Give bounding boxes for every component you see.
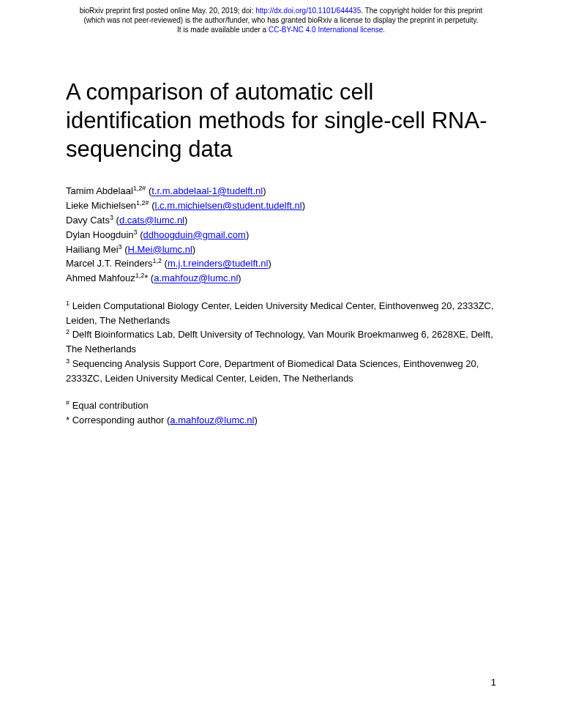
author-name: Hailiang Mei bbox=[66, 244, 119, 255]
preprint-line1-suffix: . The copyright holder for this preprint bbox=[361, 7, 482, 15]
author-sup: 1,2 bbox=[135, 272, 145, 279]
license-link[interactable]: CC-BY-NC 4.0 International license bbox=[269, 26, 383, 34]
affiliations-block: 1 Leiden Computational Biology Center, L… bbox=[66, 299, 496, 385]
author-email-link[interactable]: d.cats@lumc.nl bbox=[119, 215, 184, 226]
affiliation-text: Leiden Computational Biology Center, Lei… bbox=[66, 300, 494, 326]
author-name: Ahmed Mahfouz bbox=[66, 273, 135, 284]
preprint-line3-prefix: It is made available under a bbox=[177, 26, 269, 34]
author-sup: 1,2# bbox=[136, 199, 149, 207]
author-sup: 3 bbox=[134, 229, 138, 236]
corresponding-author-note: * Corresponding author (a.mahfouz@lumc.n… bbox=[66, 413, 496, 428]
notes-block: # Equal contribution * Corresponding aut… bbox=[66, 398, 496, 427]
author-name: Marcel J.T. Reinders bbox=[66, 259, 152, 270]
affiliation-line: 1 Leiden Computational Biology Center, L… bbox=[66, 299, 496, 327]
author-line: Dylan Hoogduin3 (ddhoogduin@gmail.com) bbox=[66, 228, 496, 242]
author-sup: 1,2# bbox=[133, 185, 146, 192]
author-sup: 3 bbox=[119, 243, 122, 250]
author-line: Lieke Michielsen1,2# (l.c.m.michielsen@s… bbox=[66, 198, 496, 213]
affiliation-line: 3 Sequencing Analysis Support Core, Depa… bbox=[66, 357, 496, 385]
affiliation-line: 2 Delft Bioinformatics Lab, Delft Univer… bbox=[66, 327, 496, 356]
affiliation-text: Delft Bioinformatics Lab, Delft Universi… bbox=[66, 330, 493, 355]
author-name: Davy Cats bbox=[66, 215, 110, 226]
author-line: Hailiang Mei3 (H.Mei@lumc.nl) bbox=[66, 242, 496, 257]
affiliation-text: Sequencing Analysis Support Core, Depart… bbox=[66, 358, 479, 384]
author-sup: 3 bbox=[110, 214, 113, 221]
author-line: Davy Cats3 (d.cats@lumc.nl) bbox=[66, 213, 496, 228]
doi-link[interactable]: http://dx.doi.org/10.1101/644435 bbox=[255, 7, 361, 15]
corresponding-suffix: ) bbox=[254, 415, 257, 426]
corresponding-email-link[interactable]: a.mahfouz@lumc.nl bbox=[170, 415, 254, 426]
author-name: Lieke Michielsen bbox=[66, 200, 136, 211]
page-content: A comparison of automatic cell identific… bbox=[0, 34, 562, 427]
author-name: Tamim Abdelaal bbox=[66, 186, 133, 197]
author-email-link[interactable]: m.j.t.reinders@tudelft.nl bbox=[168, 259, 268, 270]
author-email-link[interactable]: ddhoogduin@gmail.com bbox=[143, 229, 245, 240]
author-sup: 1,2 bbox=[152, 257, 162, 264]
preprint-line1-prefix: bioRxiv preprint first posted online May… bbox=[80, 7, 256, 15]
author-line: Ahmed Mahfouz1,2* (a.mahfouz@lumc.nl) bbox=[66, 271, 496, 286]
author-line: Marcel J.T. Reinders1,2 (m.j.t.reinders@… bbox=[66, 256, 496, 271]
page-number: 1 bbox=[491, 677, 496, 688]
author-email-link[interactable]: a.mahfouz@lumc.nl bbox=[154, 273, 238, 284]
paper-title: A comparison of automatic cell identific… bbox=[66, 78, 496, 163]
preprint-notice: bioRxiv preprint first posted online May… bbox=[0, 0, 562, 34]
authors-block: Tamim Abdelaal1,2# (t.r.m.abdelaal-1@tud… bbox=[66, 184, 496, 286]
equal-contribution-note: # Equal contribution bbox=[66, 398, 496, 413]
author-suffix: * bbox=[144, 273, 148, 284]
author-line: Tamim Abdelaal1,2# (t.r.m.abdelaal-1@tud… bbox=[66, 184, 496, 198]
author-email-link[interactable]: H.Mei@lumc.nl bbox=[128, 244, 192, 255]
author-name: Dylan Hoogduin bbox=[66, 229, 134, 240]
author-email-link[interactable]: l.c.m.michielsen@student.tudelft.nl bbox=[155, 200, 302, 211]
preprint-line2: (which was not peer-reviewed) is the aut… bbox=[84, 16, 479, 24]
equal-text: Equal contribution bbox=[70, 400, 149, 411]
corresponding-prefix: * Corresponding author ( bbox=[66, 415, 170, 426]
author-email-link[interactable]: t.r.m.abdelaal-1@tudelft.nl bbox=[151, 186, 263, 197]
preprint-line3-suffix: . bbox=[383, 26, 385, 34]
